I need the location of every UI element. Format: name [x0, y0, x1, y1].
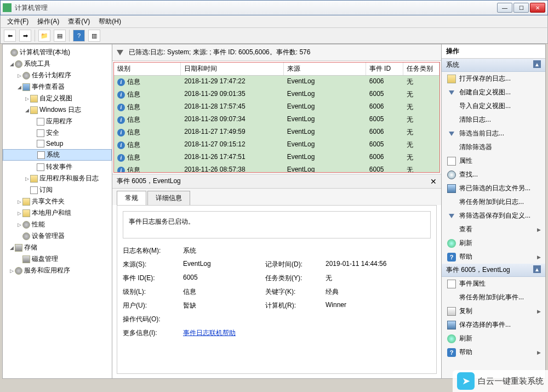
event-row[interactable]: i信息2018-11-28 09:07:34EventLog6005无: [114, 113, 439, 126]
column-headers: 级别 日期和时间 来源 事件 ID 任务类别: [114, 63, 439, 76]
up-button[interactable]: 📁: [38, 30, 50, 42]
tree-subscribe[interactable]: 订阅: [39, 185, 53, 195]
help-button[interactable]: ?: [73, 30, 85, 42]
folder-icon: [22, 198, 30, 206]
value-level: 信息: [183, 287, 265, 297]
value-source: EventLog: [183, 260, 265, 269]
action-properties[interactable]: 属性: [442, 154, 545, 168]
action-attach-task[interactable]: 将任务附加到此日志...: [442, 195, 545, 209]
tree-devmgr[interactable]: 设备管理器: [32, 231, 65, 241]
label-logged: 记录时间(D):: [265, 260, 326, 269]
toolbar: ⬅ ➡ 📁 ▤ ? ▥: [0, 27, 548, 44]
pane-button[interactable]: ▥: [88, 30, 100, 42]
computer-icon: [10, 49, 18, 56]
tree-application[interactable]: 应用程序: [46, 117, 72, 126]
tree-winlogs[interactable]: Windows 日志: [39, 105, 81, 115]
tree-storage[interactable]: 存储: [24, 243, 37, 252]
tree-customviews[interactable]: 自定义视图: [39, 94, 72, 103]
event-row[interactable]: i信息2018-11-27 17:49:59EventLog6006无: [114, 126, 439, 139]
action-save-filtered[interactable]: 将已筛选的日志文件另...: [442, 181, 545, 195]
action-refresh2[interactable]: 刷新: [442, 332, 545, 345]
action-import-view[interactable]: 导入自定义视图...: [442, 99, 545, 113]
action-find[interactable]: 查找...: [442, 168, 545, 181]
tree-systools[interactable]: 系统工具: [24, 59, 50, 69]
actions-title: 操作: [442, 44, 545, 59]
menu-view[interactable]: 查看(V): [64, 16, 94, 27]
event-row[interactable]: i信息2018-11-29 09:01:35EventLog6005无: [114, 88, 439, 101]
save-icon: [447, 184, 456, 193]
action-clear-log[interactable]: 清除日志...: [442, 113, 545, 127]
tree-shared[interactable]: 共享文件夹: [32, 197, 65, 206]
maximize-button[interactable]: ☐: [513, 3, 529, 13]
tree-diskmgr[interactable]: 磁盘管理: [32, 254, 58, 264]
tree-appsvclogs[interactable]: 应用程序和服务日志: [39, 174, 99, 183]
users-icon: [22, 209, 30, 217]
props-button[interactable]: ▤: [54, 30, 66, 42]
tab-general[interactable]: 常规: [117, 191, 146, 205]
tree-system[interactable]: 系统: [47, 150, 60, 160]
window-title: 计算机管理: [15, 3, 497, 13]
label-computer: 计算机(R):: [265, 301, 326, 310]
col-category[interactable]: 任务类别: [403, 63, 439, 75]
action-attach-task-event[interactable]: 将任务附加到此事件...: [442, 291, 545, 304]
minimize-button[interactable]: —: [497, 3, 512, 13]
value-eventid: 6005: [183, 274, 265, 283]
perf-icon: [22, 221, 30, 229]
action-save-selected[interactable]: 保存选择的事件...: [442, 318, 545, 332]
tree-performance[interactable]: 性能: [32, 220, 45, 229]
watermark: ➤ 白云一键重装系统: [453, 370, 548, 392]
col-source[interactable]: 来源: [284, 63, 366, 75]
event-row[interactable]: i信息2018-11-29 17:47:22EventLog6006无: [114, 76, 439, 88]
forward-button[interactable]: ➡: [19, 30, 31, 42]
collapse-icon[interactable]: ▲: [533, 265, 541, 273]
action-clear-filter[interactable]: 清除筛选器: [442, 140, 545, 154]
funnel-icon: [449, 90, 454, 95]
menu-help[interactable]: 帮助(H): [94, 16, 125, 27]
action-view[interactable]: 查看▶: [442, 223, 545, 236]
action-help2[interactable]: ?帮助▶: [442, 345, 545, 359]
value-logname: 系统: [183, 246, 265, 255]
actions-section-system[interactable]: 系统▲: [442, 59, 545, 72]
info-icon: i: [117, 129, 125, 137]
action-event-props[interactable]: 事件属性: [442, 277, 545, 291]
event-row[interactable]: i信息2018-11-26 08:57:38EventLog6005无: [114, 164, 439, 172]
event-row[interactable]: i信息2018-11-27 09:15:12EventLog6005无: [114, 139, 439, 151]
navigation-tree[interactable]: 计算机管理(本地) ◢系统工具 ▷任务计划程序 ◢事件查看器 ▷自定义视图 ◢W…: [3, 44, 112, 378]
action-open-saved[interactable]: 打开保存的日志...: [442, 72, 545, 86]
info-icon: i: [117, 116, 125, 124]
close-button[interactable]: ✕: [530, 3, 545, 13]
tab-details[interactable]: 详细信息: [147, 191, 190, 205]
action-help[interactable]: ?帮助▶: [442, 250, 545, 264]
tree-eventviewer[interactable]: 事件查看器: [32, 82, 65, 92]
event-list[interactable]: 级别 日期和时间 来源 事件 ID 任务类别 i信息2018-11-29 17:…: [113, 62, 440, 173]
col-date[interactable]: 日期和时间: [181, 63, 283, 75]
action-copy[interactable]: 复制▶: [442, 304, 545, 318]
action-refresh[interactable]: 刷新: [442, 236, 545, 250]
tree-svcapps[interactable]: 服务和应用程序: [24, 266, 70, 275]
actions-section-event[interactable]: 事件 6005，EventLog▲: [442, 264, 545, 277]
event-row[interactable]: i信息2018-11-28 17:57:45EventLog6006无: [114, 101, 439, 113]
online-help-link[interactable]: 事件日志联机帮助: [183, 329, 236, 337]
tree-setup[interactable]: Setup: [46, 140, 63, 147]
label-opcode: 操作代码(O):: [123, 315, 183, 324]
col-level[interactable]: 级别: [114, 63, 181, 75]
collapse-icon[interactable]: ▲: [533, 60, 541, 68]
menu-action[interactable]: 操作(A): [33, 16, 64, 27]
action-create-view[interactable]: 创建自定义视图...: [442, 86, 545, 99]
tree-security[interactable]: 安全: [46, 128, 59, 138]
help-icon: ?: [447, 348, 456, 357]
tools-icon: [15, 60, 22, 68]
tree-taskscheduler[interactable]: 任务计划程序: [32, 71, 71, 80]
tree-forwarded[interactable]: 转发事件: [46, 162, 72, 172]
back-button[interactable]: ⬅: [4, 30, 16, 42]
event-row[interactable]: i信息2018-11-26 17:47:51EventLog6006无: [114, 151, 439, 164]
action-filter-log[interactable]: 筛选当前日志...: [442, 127, 545, 140]
close-detail-button[interactable]: ✕: [430, 177, 437, 186]
log-icon: [37, 151, 45, 159]
app-icon: [3, 3, 12, 12]
action-save-filter-as[interactable]: 将筛选器保存到自定义...: [442, 209, 545, 223]
menu-file[interactable]: 文件(F): [3, 16, 33, 27]
col-id[interactable]: 事件 ID: [366, 63, 403, 75]
tree-root[interactable]: 计算机管理(本地): [20, 48, 70, 57]
tree-localusers[interactable]: 本地用户和组: [32, 208, 71, 218]
